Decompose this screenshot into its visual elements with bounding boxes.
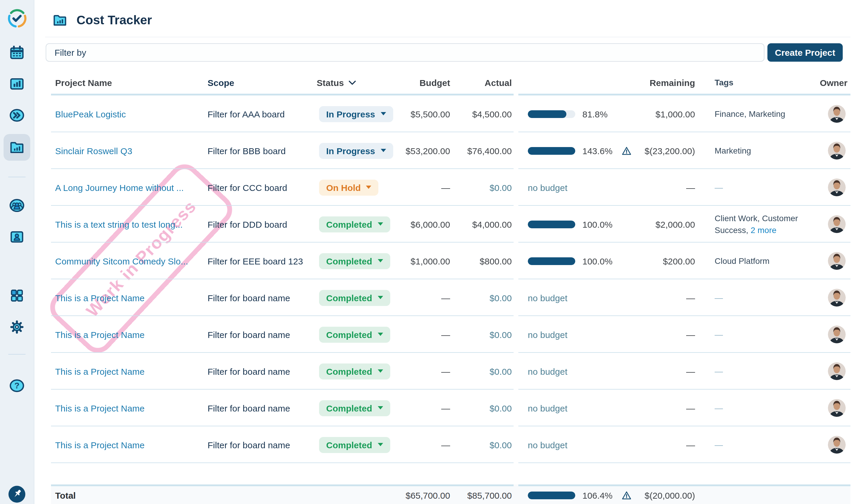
col-header-status[interactable]: Status [317, 70, 356, 95]
actual-cell: $0.00 [430, 316, 512, 353]
owner-avatar [828, 325, 846, 343]
project-name-link[interactable]: A Long Journey Home without ... [55, 182, 184, 193]
sidebar-item-calendar[interactable] [3, 40, 30, 67]
tags-cell: — [715, 353, 819, 390]
no-budget-label: no budget [528, 293, 567, 303]
table-row: This is a Project Name Filter for board … [51, 279, 851, 316]
create-project-button[interactable]: Create Project [767, 43, 843, 62]
sidebar-item-contacts[interactable] [3, 223, 30, 250]
folder-chart-icon [9, 139, 25, 155]
owner-avatar [828, 179, 846, 196]
scope-cell: Filter for board name [208, 316, 314, 353]
pin-sidebar-button[interactable] [8, 485, 26, 503]
project-name-link[interactable]: This is a text string to test long... [55, 219, 183, 229]
tags-cell: — [715, 426, 819, 463]
page-title: Cost Tracker [76, 13, 152, 27]
remaining-cell: $200.00 [615, 242, 695, 279]
scope-cell: Filter for AAA board [208, 95, 314, 132]
sidebar-item-settings[interactable] [3, 314, 30, 340]
no-budget-label: no budget [528, 182, 567, 193]
actual-cell: $4,000.00 [430, 206, 512, 242]
progress-percent: 100.0% [582, 242, 612, 279]
no-budget-label: no budget [528, 403, 567, 413]
remaining-cell: $2,000.00 [615, 206, 695, 242]
progress-bar [528, 147, 575, 155]
team-icon [9, 197, 25, 214]
remaining-cell: $(23,200.00) [615, 132, 695, 169]
no-budget-label: no budget [528, 440, 567, 450]
table-row: This is a text string to test long... Fi… [51, 206, 851, 242]
scope-cell: Filter for DDD board [208, 206, 314, 242]
page-header: Cost Tracker [52, 13, 152, 28]
sidebar-item-quick-nav[interactable] [3, 102, 30, 129]
no-budget-label: no budget [528, 366, 567, 376]
total-label: Total [55, 484, 203, 504]
pin-icon [8, 485, 26, 503]
person-card-icon [9, 229, 25, 245]
double-chevron-icon [9, 107, 25, 123]
owner-avatar [828, 436, 846, 454]
sidebar-item-apps[interactable] [3, 282, 30, 309]
tags-cell: — [715, 316, 819, 353]
tags-cell: — [715, 279, 819, 316]
sidebar-item-team[interactable] [3, 192, 30, 219]
project-name-link[interactable]: Sinclair Roswell Q3 [55, 146, 132, 156]
table-header-row: Project Name Scope Status Budget Actual … [51, 70, 851, 95]
header-divider [45, 37, 851, 37]
tags-cell: Marketing [715, 132, 819, 169]
actual-cell: $76,400.00 [430, 132, 512, 169]
project-name-link[interactable]: BluePeak Logistic [55, 109, 126, 119]
total-actual: $85,700.00 [430, 484, 512, 504]
sidebar-item-charts[interactable] [3, 71, 30, 97]
sidebar-divider [8, 177, 25, 177]
remaining-cell: — [615, 279, 695, 316]
tags-cell: — [715, 390, 819, 426]
col-header-remaining: Remaining [615, 70, 695, 95]
app-root: Cost Tracker Create Project Work in Prog… [0, 0, 854, 504]
total-progress-bar [528, 491, 575, 499]
project-name-link[interactable]: This is a Project Name [55, 366, 145, 376]
bar-chart-icon [9, 76, 25, 92]
app-logo[interactable] [7, 8, 27, 29]
progress-bar [528, 220, 575, 228]
sidebar-divider [8, 354, 25, 355]
project-name-link[interactable]: This is a Project Name [55, 329, 145, 340]
project-name-link[interactable]: Community Sitcom Comedy Slo... [55, 256, 188, 266]
project-name-link[interactable]: This is a Project Name [55, 440, 145, 450]
scope-cell: Filter for CCC board [208, 169, 314, 206]
actual-cell: $0.00 [430, 279, 512, 316]
remaining-cell: — [615, 390, 695, 426]
progress-percent: 81.8% [582, 95, 608, 132]
logo-check-ring-icon [7, 8, 27, 29]
tags-more-link[interactable]: 2 more [750, 225, 776, 235]
owner-avatar [828, 105, 846, 123]
actual-cell: $0.00 [430, 169, 512, 206]
tags-cell: Client Work, Customer Success, 2 more [715, 212, 819, 236]
owner-avatar [828, 142, 846, 160]
progress-percent: 143.6% [582, 132, 612, 169]
sort-chevron-down-icon [349, 80, 356, 85]
total-remaining: $(20,000.00) [615, 484, 695, 504]
actual-cell: $800.00 [430, 242, 512, 279]
table-row: This is a Project Name Filter for board … [51, 353, 851, 390]
tags-cell: — [715, 169, 819, 206]
sidebar-item-help[interactable] [3, 372, 30, 399]
col-header-scope: Scope [208, 70, 314, 95]
owner-avatar [828, 289, 846, 307]
scope-cell: Filter for BBB board [208, 132, 314, 169]
scope-cell: Filter for EEE board 123 [208, 242, 314, 279]
actual-cell: $0.00 [430, 353, 512, 390]
progress-bar [528, 110, 575, 118]
actual-cell: $0.00 [430, 390, 512, 426]
filter-input[interactable] [46, 43, 764, 62]
actual-cell: $4,500.00 [430, 95, 512, 132]
projects-table: Work in Progress Project Name Scope Stat… [51, 70, 851, 504]
owner-avatar [828, 362, 846, 380]
owner-avatar [828, 399, 846, 417]
project-name-link[interactable]: This is a Project Name [55, 293, 145, 303]
tags-cell: Finance, Marketing [715, 95, 819, 132]
project-name-link[interactable]: This is a Project Name [55, 403, 145, 413]
table-footer-gap [51, 463, 851, 484]
sidebar-item-cost-tracker[interactable] [3, 134, 30, 161]
owner-avatar [828, 252, 846, 270]
